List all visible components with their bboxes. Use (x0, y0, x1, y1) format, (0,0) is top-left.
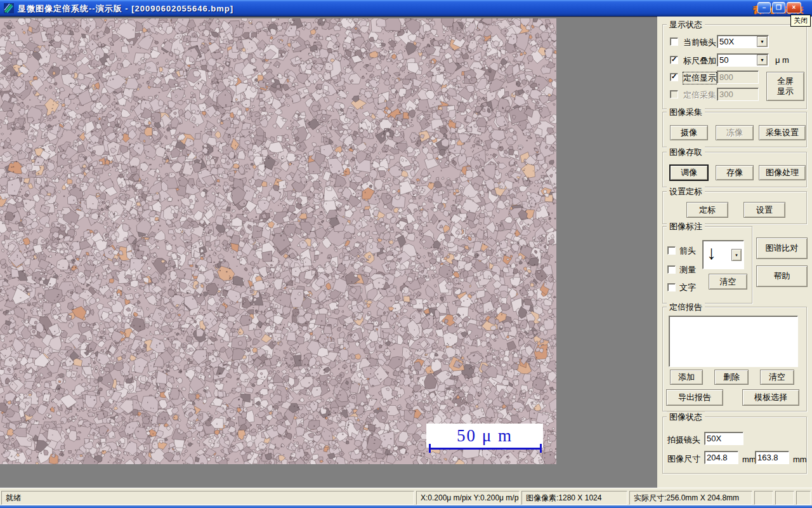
scale-bar-line (429, 444, 542, 453)
report-clear-button[interactable]: 清空 (760, 370, 794, 385)
image-size-label: 图像尺寸 (667, 453, 700, 465)
export-report-button[interactable]: 导出报告 (666, 389, 723, 406)
group-image-storage-title: 图像存取 (667, 147, 705, 158)
close-tooltip: 关闭 (790, 15, 811, 27)
group-image-capture-title: 图像采集 (667, 107, 705, 118)
save-image-button[interactable]: 存像 (716, 165, 754, 180)
current-lens-combo[interactable]: 50X ▼ (717, 35, 769, 48)
app-icon (4, 3, 14, 13)
status-empty-2 (775, 491, 794, 505)
image-width-unit: mm (742, 455, 756, 464)
text-checkbox[interactable] (667, 283, 676, 291)
ruler-value-combo[interactable]: 50 ▼ (717, 53, 769, 67)
clear-annotation-button[interactable]: 清空 (709, 274, 747, 290)
status-empty-1 (754, 491, 773, 505)
fixed-capture-label: 定倍采集 (683, 90, 716, 101)
chevron-down-icon[interactable]: ▼ (757, 55, 768, 65)
measure-label: 测量 (679, 264, 696, 276)
group-image-status-title: 图像状态 (667, 411, 705, 423)
status-image-pixels: 图像像素:1280 X 1024 (521, 491, 627, 505)
client-area: 50 μ m (0, 17, 657, 488)
group-display-status-title: 显示状态 (667, 19, 705, 30)
chevron-down-icon[interactable]: ▼ (757, 36, 768, 47)
ruler-overlay-checkbox[interactable]: ✓ (670, 56, 678, 64)
measure-checkbox[interactable] (667, 265, 676, 274)
group-set-calibration-title: 设置定标 (667, 186, 705, 197)
close-button[interactable]: × (787, 2, 801, 13)
arrow-style-combo[interactable]: ↓ ▼ (702, 240, 744, 269)
report-add-button[interactable]: 添加 (670, 370, 703, 385)
fixed-display-value-field (717, 70, 759, 84)
calibrate-button[interactable]: 定标 (686, 202, 728, 218)
micrograph-image[interactable]: 50 μ m (0, 18, 556, 464)
fixed-capture-checkbox (670, 90, 678, 98)
shoot-lens-field[interactable] (704, 432, 743, 445)
current-lens-checkbox[interactable] (670, 37, 678, 46)
fixed-capture-value-field (717, 88, 759, 101)
status-ready: 就绪 (1, 491, 414, 505)
settings-button[interactable]: 设置 (743, 202, 785, 218)
ruler-overlay-label: 标尺叠加 (683, 55, 716, 67)
window-bottom-border (0, 505, 812, 508)
status-empty-3 (796, 491, 811, 505)
group-report-title: 定倍报告 (667, 302, 705, 313)
image-width-field[interactable] (704, 451, 738, 464)
image-process-button[interactable]: 图像处理 (759, 165, 806, 180)
chevron-down-icon[interactable]: ▼ (731, 249, 742, 261)
arrow-label: 箭头 (679, 245, 696, 257)
arrow-checkbox[interactable] (667, 246, 676, 255)
group-image-annotation-title: 图像标注 (667, 221, 705, 232)
freeze-button: 冻像 (716, 125, 754, 140)
fixed-display-checkbox[interactable]: ✓ (670, 73, 678, 81)
current-lens-label: 当前镜头 (683, 37, 716, 48)
control-panel: 显示状态 当前镜头 50X ▼ ✓ 标尺叠加 50 ▼ μ m ✓ 定倍显示 定… (657, 17, 812, 488)
capture-settings-button[interactable]: 采集设置 (759, 125, 806, 140)
window-title: 显微图像定倍系统--演示版 - [20090602055646.bmp] (18, 3, 233, 15)
minimize-button[interactable]: － (757, 2, 771, 13)
title-bar: 显微图像定倍系统--演示版 - [20090602055646.bmp] 营口仪… (0, 0, 812, 17)
scale-bar-label: 50 μ m (457, 426, 513, 446)
ruler-unit-label: μ m (775, 55, 789, 65)
capture-button[interactable]: 摄像 (670, 125, 708, 140)
fixed-display-label: 定倍显示 (683, 72, 716, 84)
status-actual-size: 实际尺寸:256.0mm X 204.8mm (629, 491, 752, 505)
fullscreen-button[interactable]: 全屏 显示 (766, 72, 804, 101)
atlas-compare-button[interactable]: 图谱比对 (756, 237, 808, 259)
status-bar: 就绪 X:0.200μ m/pix Y:0.200μ m/pix 图像像素:12… (0, 488, 812, 505)
down-arrow-icon: ↓ (707, 242, 716, 264)
load-image-button[interactable]: 调像 (670, 165, 708, 180)
template-select-button[interactable]: 模板选择 (742, 389, 799, 406)
help-button[interactable]: 帮助 (756, 265, 808, 287)
status-pixel-scale: X:0.200μ m/pix Y:0.200μ m/pix (416, 491, 520, 505)
restore-button[interactable]: ❐ (772, 2, 785, 13)
shoot-lens-label: 拍摄镜头 (667, 434, 700, 446)
report-delete-button[interactable]: 删除 (714, 370, 749, 385)
text-label: 文字 (679, 282, 696, 293)
app-window: 显微图像定倍系统--演示版 - [20090602055646.bmp] 营口仪… (0, 0, 812, 508)
image-height-field[interactable] (755, 451, 789, 464)
image-height-unit: mm (793, 455, 807, 464)
report-listbox[interactable] (669, 316, 798, 367)
